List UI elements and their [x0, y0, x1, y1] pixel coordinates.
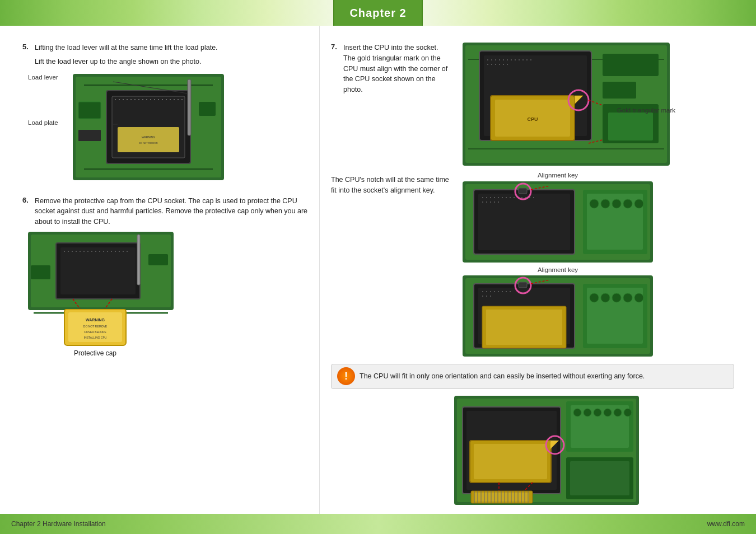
svg-rect-50	[115, 251, 116, 252]
svg-point-168	[604, 409, 612, 416]
svg-point-129	[590, 199, 599, 208]
svg-rect-27	[78, 102, 101, 119]
svg-rect-12	[138, 99, 139, 100]
svg-rect-48	[107, 251, 108, 252]
svg-point-130	[601, 199, 610, 208]
header-right-gradient	[423, 0, 756, 26]
header-bar: Chapter 2	[0, 0, 756, 26]
svg-rect-141	[494, 291, 495, 292]
alignment-key-top-label: Alignment key	[463, 172, 653, 179]
svg-rect-180	[474, 493, 529, 502]
step7-text: Insert the CPU into the socket. The gold…	[343, 43, 451, 95]
step7-number: 7.	[331, 43, 340, 95]
svg-rect-121	[490, 202, 491, 203]
svg-text:WARNING: WARNING	[86, 318, 105, 322]
svg-rect-51	[119, 251, 120, 252]
step6-board-image: WARNING DO NOT REMOVE COVER BEFORE INSTA…	[28, 232, 174, 332]
svg-rect-39	[72, 251, 73, 252]
svg-point-166	[584, 409, 591, 416]
svg-rect-47	[103, 251, 104, 252]
svg-point-157	[623, 293, 632, 302]
svg-rect-81	[522, 59, 524, 60]
svg-rect-24	[188, 79, 191, 135]
svg-rect-56	[148, 254, 168, 265]
svg-rect-77	[507, 59, 508, 60]
chapter-title-box: Chapter 2	[333, 0, 423, 26]
step7-cpu-image-area: CPU Gold triangular mark	[463, 43, 670, 167]
step5-board-svg: WARNING DO NOT REMOVE	[73, 74, 224, 180]
svg-rect-82	[526, 59, 528, 60]
svg-rect-144	[506, 291, 507, 292]
svg-rect-16	[154, 99, 155, 100]
svg-point-154	[590, 293, 599, 302]
svg-rect-53	[127, 251, 128, 252]
alignment-img1-svg	[463, 181, 653, 263]
svg-rect-10	[130, 99, 132, 100]
svg-rect-21	[174, 99, 175, 100]
step7-top-row: 7. Insert the CPU into the socket. The g…	[331, 43, 739, 167]
svg-point-131	[612, 199, 621, 208]
svg-rect-73	[491, 59, 492, 60]
svg-rect-72	[487, 59, 488, 60]
svg-rect-109	[498, 197, 499, 198]
svg-rect-9	[127, 99, 128, 100]
svg-rect-113	[514, 197, 515, 198]
svg-rect-43	[87, 251, 88, 252]
svg-rect-37	[64, 251, 65, 252]
svg-rect-7	[119, 99, 120, 100]
bottom-cpu-svg	[454, 396, 639, 505]
svg-rect-45	[95, 251, 96, 252]
svg-rect-142	[498, 291, 499, 292]
svg-rect-38	[68, 251, 69, 252]
svg-rect-111	[506, 197, 507, 198]
svg-rect-15	[150, 99, 151, 100]
step5-board-image: WARNING DO NOT REMOVE	[73, 74, 224, 180]
svg-rect-41	[80, 251, 81, 252]
svg-rect-118	[533, 197, 534, 198]
svg-rect-79	[515, 59, 516, 60]
alignment-images: Alignment key	[463, 172, 653, 358]
svg-rect-138	[482, 291, 483, 292]
right-column: 7. Insert the CPU into the socket. The g…	[319, 26, 756, 514]
svg-rect-122	[494, 202, 495, 203]
svg-rect-18	[162, 99, 163, 100]
protective-cap-label: Protective cap	[74, 349, 116, 357]
chapter-title: Chapter 2	[349, 7, 406, 20]
step-5: 5. Lifting the load lever will at the sa…	[22, 43, 308, 180]
svg-rect-84	[487, 64, 488, 65]
svg-rect-28	[78, 130, 101, 141]
svg-point-165	[573, 409, 581, 416]
svg-rect-20	[170, 99, 171, 100]
svg-point-132	[623, 199, 632, 208]
left-column: 5. Lifting the load lever will at the sa…	[0, 26, 319, 514]
alignment-text-area: The CPU's notch will at the same time fi…	[331, 172, 451, 358]
alignment-img2-svg	[463, 275, 653, 357]
svg-rect-148	[490, 296, 491, 297]
header-left-gradient	[0, 0, 333, 26]
svg-rect-104	[478, 194, 570, 250]
svg-rect-86	[495, 64, 496, 65]
step-6: 6. Remove the protective cap from the CP…	[22, 196, 308, 332]
svg-rect-30	[118, 127, 179, 152]
svg-rect-36	[60, 247, 136, 294]
svg-rect-120	[486, 202, 487, 203]
svg-text:DO NOT REMOVE: DO NOT REMOVE	[83, 325, 108, 328]
svg-rect-149	[519, 282, 527, 288]
svg-rect-97	[603, 54, 659, 76]
svg-rect-13	[142, 99, 143, 100]
svg-rect-105	[482, 197, 483, 198]
step6-number: 6.	[22, 196, 31, 227]
svg-rect-139	[486, 291, 487, 292]
svg-rect-123	[498, 202, 499, 203]
alignment-key-bottom-label: Alignment key	[463, 266, 653, 273]
footer-bar: Chapter 2 Hardware Installation www.dfi.…	[0, 514, 756, 534]
svg-rect-8	[123, 99, 124, 100]
svg-rect-44	[91, 251, 92, 252]
svg-rect-87	[499, 64, 500, 65]
protective-cap-svg: WARNING DO NOT REMOVE COVER BEFORE INSTA…	[62, 309, 129, 348]
svg-point-155	[601, 293, 610, 302]
step5-text: Lifting the load lever will at the same …	[35, 43, 218, 53]
svg-rect-110	[502, 197, 503, 198]
svg-rect-174	[474, 444, 547, 479]
step5-subtext: Lift the load lever up to the angle show…	[35, 57, 308, 67]
